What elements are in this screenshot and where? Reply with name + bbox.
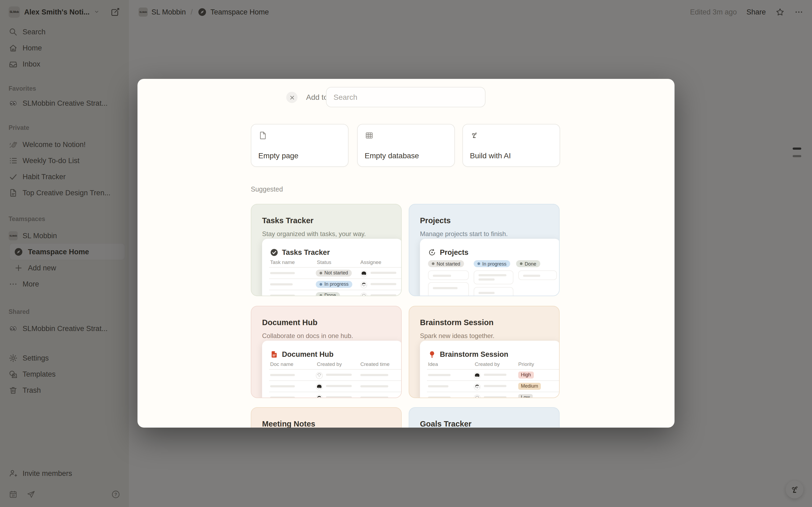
database-icon	[365, 131, 374, 140]
lightbulb-icon	[428, 350, 436, 358]
column-header: Doc name	[270, 361, 294, 367]
preview-heading: Tasks Tracker	[282, 248, 330, 257]
check-circle-icon	[270, 248, 278, 257]
column-header: Created by	[475, 361, 500, 367]
template-subtitle: Stay organized with tasks, your way.	[262, 230, 366, 238]
scroll-indicator-dark[interactable]	[793, 148, 801, 150]
template-card-tasks-tracker[interactable]: Tasks Tracker Stay organized with tasks,…	[251, 204, 402, 296]
table-row	[262, 369, 402, 380]
priority-badge: Medium	[518, 383, 541, 390]
priority-badge: High	[518, 371, 534, 378]
template-card-brainstorm-session[interactable]: Brainstorm Session Spark new ideas toget…	[409, 306, 560, 398]
template-preview: Document Hub Doc name Created by Created…	[262, 341, 402, 398]
template-card-projects[interactable]: Projects Manage projects start to finish…	[409, 204, 560, 296]
priority-badge: Low	[518, 394, 532, 398]
close-button[interactable]	[286, 92, 298, 103]
build-with-ai-card[interactable]: Build with AI	[462, 124, 560, 167]
status-badge: Done	[316, 292, 340, 296]
table-row	[262, 392, 402, 398]
template-card-meeting-notes[interactable]: Meeting Notes	[251, 407, 402, 428]
template-preview: Tasks Tracker Task name Status Assignee …	[262, 239, 402, 296]
table-row: In progress	[262, 278, 402, 290]
template-subtitle: Manage projects start to finish.	[420, 230, 508, 238]
template-subtitle: Collaborate on docs in one hub.	[262, 332, 353, 340]
avatar	[360, 269, 367, 276]
kanban-card	[428, 282, 469, 296]
table-row: Not started	[262, 267, 402, 278]
create-options: Empty page Empty database Build with AI	[251, 124, 560, 167]
avatar	[474, 394, 480, 398]
avatar	[360, 292, 367, 296]
kanban-card	[518, 270, 557, 280]
template-preview: Projects Not started In progress Done	[420, 239, 560, 296]
column-header: Priority	[518, 361, 534, 367]
create-option-label: Empty page	[258, 151, 298, 160]
table-row: High	[420, 369, 560, 380]
create-option-label: Empty database	[365, 151, 419, 160]
template-title: Meeting Notes	[262, 419, 315, 428]
search-input[interactable]	[326, 87, 486, 107]
notion-app: SLMob Alex Smith's Noti... Search Home I…	[0, 0, 812, 507]
kanban-card	[474, 270, 513, 284]
empty-database-card[interactable]: Empty database	[357, 124, 455, 167]
status-badge: In progress	[316, 281, 352, 288]
scroll-indicator-light[interactable]	[793, 155, 801, 157]
create-option-label: Build with AI	[470, 151, 511, 160]
template-title: Tasks Tracker	[262, 216, 313, 225]
template-title: Projects	[420, 216, 451, 225]
table-row	[262, 380, 402, 392]
preview-heading: Document Hub	[282, 350, 334, 358]
cycle-icon	[428, 248, 436, 257]
table-row: Medium	[420, 380, 560, 392]
table-row: Low	[420, 392, 560, 398]
kanban-card	[474, 287, 513, 296]
avatar	[316, 383, 323, 390]
template-card-goals-tracker[interactable]: Goals Tracker	[409, 407, 560, 428]
column-header: Task name	[270, 259, 295, 265]
status-badge: Not started	[316, 269, 352, 276]
column-header: Idea	[428, 361, 438, 367]
table-row: Done	[262, 290, 402, 296]
status-badge: Not started	[428, 260, 464, 267]
avatar	[474, 383, 480, 390]
suggested-heading: Suggested	[251, 186, 283, 193]
screen: SLMob Alex Smith's Noti... Search Home I…	[0, 0, 812, 507]
close-icon	[289, 95, 295, 100]
template-title: Document Hub	[262, 318, 317, 327]
template-title: Goals Tracker	[420, 419, 471, 428]
status-badge: In progress	[474, 260, 510, 267]
template-subtitle: Spark new ideas together.	[420, 332, 495, 340]
avatar	[474, 371, 480, 378]
column-header: Created time	[360, 361, 390, 367]
ai-face-icon	[470, 131, 479, 140]
avatar	[316, 371, 323, 378]
page-icon	[258, 131, 267, 140]
kanban-card	[428, 270, 469, 280]
document-icon	[270, 350, 278, 358]
empty-page-card[interactable]: Empty page	[251, 124, 349, 167]
avatar	[360, 281, 367, 288]
avatar	[316, 394, 323, 398]
template-card-document-hub[interactable]: Document Hub Collaborate on docs in one …	[251, 306, 402, 398]
template-title: Brainstorm Session	[420, 318, 494, 327]
add-to-label: Add to	[306, 93, 328, 101]
add-page-modal: Add to SLMob SL Mobbin Empty page Empty …	[138, 79, 674, 428]
column-header: Assignee	[360, 259, 381, 265]
template-grid: Tasks Tracker Stay organized with tasks,…	[251, 204, 560, 428]
column-header: Status	[317, 259, 332, 265]
preview-heading: Brainstorm Session	[440, 350, 508, 358]
preview-heading: Projects	[440, 248, 468, 257]
template-preview: Brainstorm Session Idea Created by Prior…	[420, 341, 560, 398]
column-header: Created by	[317, 361, 342, 367]
status-badge: Done	[516, 260, 540, 267]
